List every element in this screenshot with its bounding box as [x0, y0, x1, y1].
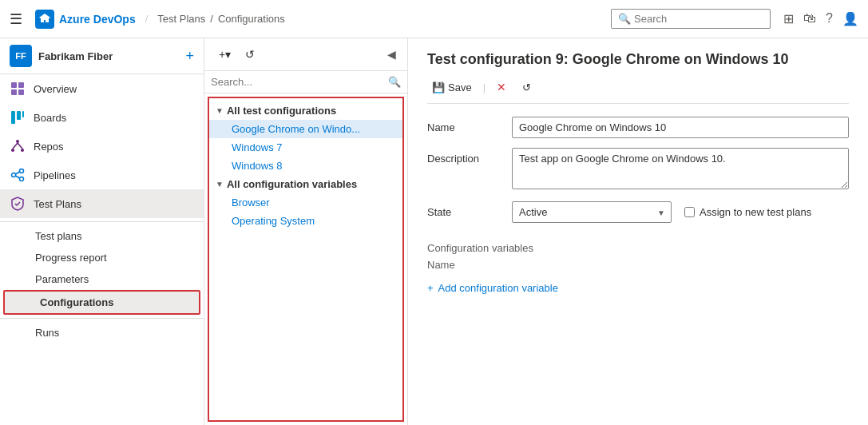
close-button[interactable]: ✕: [492, 77, 511, 97]
add-var-icon: +: [427, 282, 434, 294]
state-field-row: State Active Inactive ▼ Assign to new te…: [427, 201, 849, 232]
tree-group-label-vars: All configuration variables: [227, 178, 357, 190]
testplans-icon: [10, 196, 26, 212]
collapse-button[interactable]: ◀: [386, 46, 398, 62]
toolbar-separator-1: |: [483, 81, 486, 93]
tree-item-win8[interactable]: Windows 8: [209, 157, 402, 175]
name-label: Name: [427, 117, 499, 133]
sidebar-sub-label-runs: Runs: [35, 327, 59, 339]
tree-item-os[interactable]: Operating System: [209, 212, 402, 230]
tree-group-header-configs[interactable]: ▼ All test configurations: [209, 101, 402, 120]
tree-item-label-os: Operating System: [232, 215, 315, 227]
tree-item-chrome[interactable]: Google Chrome on Windo...: [209, 120, 402, 138]
save-icon: 💾: [432, 81, 445, 93]
add-config-var-button[interactable]: + Add configuration variable: [427, 277, 558, 299]
assign-checkbox-label[interactable]: Assign to new test plans: [684, 206, 811, 218]
middle-toolbar: + ▾ ↺: [214, 45, 260, 64]
middle-panel-header: + ▾ ↺ ◀: [204, 38, 407, 71]
org-header: FF Fabrikam Fiber +: [0, 38, 204, 74]
svg-rect-6: [22, 111, 24, 117]
detail-refresh-button[interactable]: ↺: [517, 78, 536, 97]
svg-point-9: [21, 149, 24, 152]
tree-item-label-chrome: Google Chrome on Windo...: [232, 123, 360, 135]
logo-icon: [35, 10, 54, 29]
chevron-down-icon: ▼: [216, 106, 224, 115]
hamburger-icon[interactable]: ☰: [10, 10, 22, 28]
detail-title: Test configuration 9: Google Chrome on W…: [427, 51, 849, 68]
description-field-row: Description Test app on Google Chrome on…: [427, 148, 849, 192]
state-select[interactable]: Active Inactive: [512, 201, 672, 223]
middle-search: 🔍: [204, 71, 407, 93]
assign-checkbox[interactable]: [684, 207, 695, 217]
tree-group-header-vars[interactable]: ▼ All configuration variables: [209, 175, 402, 193]
svg-line-15: [16, 172, 20, 174]
config-vars-title: Configuration variables: [427, 242, 849, 254]
sidebar: FF Fabrikam Fiber + Overview Boards Repo…: [0, 38, 204, 425]
sidebar-divider-1: [0, 221, 204, 222]
tree-group-vars: ▼ All configuration variables Browser Op…: [209, 175, 402, 230]
sidebar-item-overview[interactable]: Overview: [0, 74, 204, 103]
svg-rect-2: [11, 89, 17, 95]
sidebar-sub-label-parameters: Parameters: [35, 273, 89, 285]
sidebar-sub-configurations[interactable]: Configurations: [3, 290, 200, 315]
svg-line-16: [16, 176, 20, 178]
bag-icon[interactable]: 🛍: [803, 11, 816, 26]
save-button[interactable]: 💾 Save: [427, 78, 477, 97]
sidebar-sub-parameters[interactable]: Parameters: [0, 268, 204, 290]
sidebar-sub-runs[interactable]: Runs: [0, 322, 204, 344]
svg-rect-4: [11, 111, 15, 124]
svg-rect-3: [18, 89, 24, 95]
sidebar-sub-progress[interactable]: Progress report: [0, 247, 204, 268]
sidebar-sub-label-progress: Progress report: [35, 252, 107, 264]
sidebar-sub-testplans[interactable]: Test plans: [0, 225, 204, 247]
org-name: Fabrikam Fiber: [38, 50, 179, 62]
sidebar-item-testplans[interactable]: Test Plans: [0, 189, 204, 218]
org-abbr: FF: [15, 51, 26, 61]
sidebar-item-boards[interactable]: Boards: [0, 103, 204, 132]
refresh-icon: ↺: [245, 48, 255, 61]
pipelines-icon: [10, 167, 26, 183]
sidebar-sub-label-testplans: Test plans: [35, 230, 82, 242]
sidebar-divider-2: [0, 318, 204, 319]
sidebar-label-repos: Repos: [34, 141, 64, 153]
add-button[interactable]: + ▾: [214, 45, 236, 64]
sidebar-item-repos[interactable]: Repos: [0, 132, 204, 161]
search-icon: 🔍: [618, 13, 631, 25]
tree-group-configs: ▼ All test configurations Google Chrome …: [209, 101, 402, 175]
search-input[interactable]: [634, 13, 763, 25]
svg-line-11: [18, 143, 22, 149]
breadcrumb-configurations: Configurations: [218, 13, 285, 25]
main-layout: FF Fabrikam Fiber + Overview Boards Repo…: [0, 38, 868, 425]
breadcrumb: Test Plans / Configurations: [157, 13, 284, 25]
config-vars-name-header: Name: [427, 259, 849, 271]
user-icon[interactable]: 👤: [842, 11, 858, 26]
save-label: Save: [448, 81, 472, 93]
tree-container: ▼ All test configurations Google Chrome …: [208, 97, 404, 422]
global-search[interactable]: 🔍: [611, 9, 771, 29]
add-dropdown-icon: ▾: [225, 48, 231, 61]
state-label: State: [427, 201, 499, 218]
middle-search-input[interactable]: [211, 76, 383, 88]
add-org-button[interactable]: +: [185, 48, 194, 65]
state-row: Active Inactive ▼ Assign to new test pla…: [512, 201, 849, 223]
breadcrumb-separator-2: /: [210, 13, 213, 25]
refresh-button[interactable]: ↺: [240, 45, 260, 64]
repos-icon: [10, 138, 26, 154]
svg-point-12: [12, 173, 16, 177]
app-logo: Azure DevOps: [35, 10, 136, 29]
grid-icon[interactable]: ⊞: [783, 11, 794, 26]
assign-label: Assign to new test plans: [700, 206, 811, 218]
description-label: Description: [427, 148, 499, 165]
sidebar-item-pipelines[interactable]: Pipelines: [0, 161, 204, 189]
breadcrumb-testplans[interactable]: Test Plans: [157, 13, 205, 25]
tree-item-win7[interactable]: Windows 7: [209, 138, 402, 157]
description-input[interactable]: Test app on Google Chrome on Windows 10.: [512, 148, 849, 189]
tree-item-browser[interactable]: Browser: [209, 193, 402, 212]
help-icon[interactable]: ?: [826, 11, 833, 26]
name-input[interactable]: [512, 117, 849, 138]
sidebar-sub-label-configurations: Configurations: [40, 296, 113, 308]
svg-point-13: [20, 169, 24, 173]
breadcrumb-separator-1: /: [145, 13, 149, 25]
svg-point-8: [11, 149, 14, 152]
tree-item-label-win8: Windows 8: [232, 160, 283, 172]
